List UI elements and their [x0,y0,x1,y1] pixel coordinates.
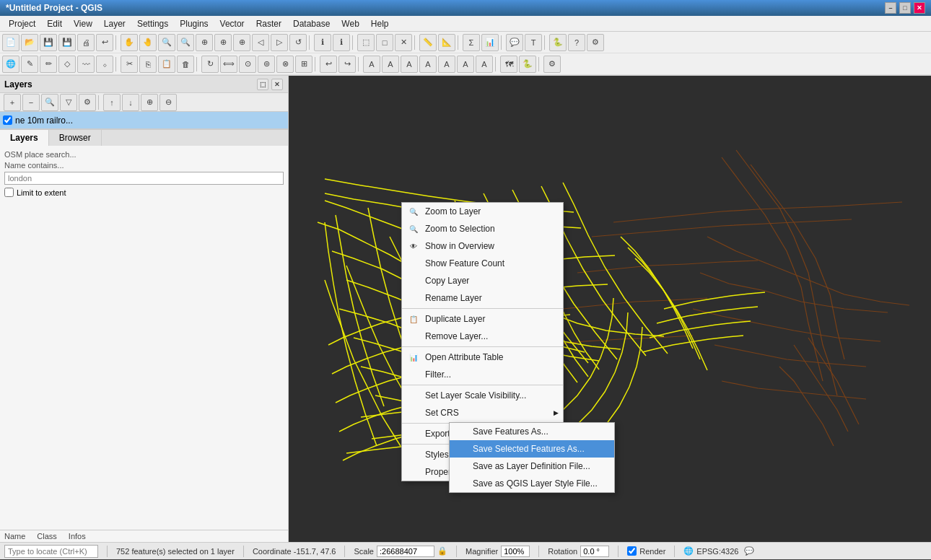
tab-layers[interactable]: Layers [0,130,49,146]
digitize-button[interactable]: ✎ [21,56,38,73]
print-button[interactable]: 🖨 [77,34,95,51]
zoom-selection-button[interactable]: ⊕ [233,34,250,51]
render-checkbox[interactable] [627,546,637,556]
select-rect-button[interactable]: □ [376,34,393,51]
pan-map-button[interactable]: 🤚 [139,34,157,51]
atlas-button[interactable]: 🗺 [500,56,517,73]
add-ring-button[interactable]: ⊙ [239,56,256,73]
reshape-button[interactable]: 〰 [77,56,95,73]
delete-button[interactable]: 🗑 [177,56,194,73]
limit-extent-checkbox[interactable] [4,188,14,197]
ctx-zoom-to-layer[interactable]: 🔍 Zoom to Layer [402,203,563,220]
label-button[interactable]: T [525,34,542,51]
maximize-button[interactable]: □ [899,2,911,14]
tab-browser[interactable]: Browser [49,130,102,146]
undo-button[interactable]: ↩ [96,34,113,51]
node-tool[interactable]: ◇ [58,56,76,73]
layer-item[interactable]: ne 10m railro... [0,112,288,129]
epsg-label[interactable]: EPSG:4326 [696,547,738,556]
zoom-next-button[interactable]: ▷ [271,34,288,51]
stats-button[interactable]: 📊 [481,34,499,51]
ctx-open-attribute-table[interactable]: 📊 Open Attribute Table [402,349,563,366]
zoom-out-button[interactable]: 🔍 [177,34,194,51]
ctx-filter[interactable]: Filter... [402,366,563,383]
zoom-layer-button[interactable]: ⊕ [214,34,232,51]
ctx-remove-layer[interactable]: Remove Layer... [402,328,563,345]
settings-layer-button[interactable]: ⚙ [79,94,96,111]
map-area[interactable]: 🔍 Zoom to Layer 🔍 Zoom to Selection 👁 Sh… [289,76,931,542]
save-as-button[interactable]: 💾 [58,34,76,51]
rotation-input[interactable] [580,546,609,557]
add-layer-button[interactable]: + [4,94,21,111]
vertex-button[interactable]: ⬦ [96,56,113,73]
save-project-button[interactable]: 💾 [40,34,57,51]
open-project-button[interactable]: 📂 [21,34,38,51]
menu-edit[interactable]: Edit [41,17,68,30]
merge-button[interactable]: ⊞ [295,56,312,73]
map-tips-button[interactable]: 💬 [506,34,523,51]
collapse-all-button[interactable]: ⊖ [159,94,177,111]
osm-button[interactable]: 🌐 [2,56,19,73]
move-up-button[interactable]: ↑ [103,94,121,111]
copy-feat-button[interactable]: ⎘ [139,56,157,73]
locate-input[interactable] [4,545,98,558]
zoom-full-button[interactable]: ⊕ [196,34,213,51]
place-search-input[interactable] [4,172,284,185]
ctx-show-feature-count[interactable]: Show Feature Count [402,255,563,272]
python2-button[interactable]: 🐍 [519,56,536,73]
python-button[interactable]: 🐍 [549,34,567,51]
redo-button[interactable]: ↪ [338,56,356,73]
deselect-button[interactable]: ✕ [395,34,412,51]
pan-tool[interactable]: ✋ [121,34,138,51]
menu-database[interactable]: Database [287,17,336,30]
undo2-button[interactable]: ↩ [320,56,337,73]
refresh-button[interactable]: ↺ [289,34,307,51]
zoom-prev-button[interactable]: ◁ [252,34,269,51]
scale-input[interactable] [377,546,434,557]
measure-area-button[interactable]: 📐 [438,34,455,51]
layer-visibility-checkbox[interactable] [3,115,12,125]
label2-button[interactable]: A [363,56,380,73]
extra-button[interactable]: ⚙ [587,34,604,51]
save-selected-features-as[interactable]: Save Selected Features As... [450,440,614,458]
ctx-zoom-selection[interactable]: 🔍 Zoom to Selection [402,220,563,237]
info-button[interactable]: ℹ [333,34,350,51]
cut-button[interactable]: ✂ [121,56,138,73]
menu-view[interactable]: View [68,17,98,30]
save-features-as[interactable]: Save Features As... [450,423,614,440]
minimize-button[interactable]: – [885,2,896,14]
menu-web[interactable]: Web [336,17,364,30]
label8-button[interactable]: A [476,56,493,73]
remove-layer-tb-button[interactable]: − [22,94,40,111]
menu-settings[interactable]: Settings [131,17,174,30]
select-button[interactable]: ⬚ [357,34,375,51]
zoom-in-button[interactable]: 🔍 [158,34,175,51]
ctx-show-overview[interactable]: 👁 Show in Overview [402,237,563,255]
fill-ring-button[interactable]: ⊚ [258,56,275,73]
new-project-button[interactable]: 📄 [2,34,19,51]
label6-button[interactable]: A [438,56,455,73]
layers-close-button[interactable]: ✕ [271,79,283,90]
label5-button[interactable]: A [419,56,437,73]
menu-project[interactable]: Project [3,17,41,30]
menu-plugins[interactable]: Plugins [174,17,214,30]
save-as-layer-definition[interactable]: Save as Layer Definition File... [450,458,614,475]
ctx-set-crs[interactable]: Set CRS [402,404,563,421]
menu-help[interactable]: Help [365,17,395,30]
label7-button[interactable]: A [457,56,474,73]
close-button[interactable]: ✕ [914,2,925,14]
ctx-set-scale-visibility[interactable]: Set Layer Scale Visibility... [402,387,563,404]
move-down-button[interactable]: ↓ [122,94,139,111]
paste-button[interactable]: 📋 [158,56,175,73]
menu-layer[interactable]: Layer [98,17,131,30]
layers-restore-button[interactable]: ⬚ [257,79,268,90]
identify-button[interactable]: ℹ [314,34,331,51]
delete-ring-button[interactable]: ⊗ [276,56,294,73]
magnifier-input[interactable] [501,546,530,557]
filter2-button[interactable]: ▽ [60,94,77,111]
measure-button[interactable]: 📏 [419,34,437,51]
ctx-duplicate-layer[interactable]: 📋 Duplicate Layer [402,310,563,328]
label4-button[interactable]: A [401,56,418,73]
menu-raster[interactable]: Raster [250,17,287,30]
edit-button[interactable]: ✏ [40,56,57,73]
